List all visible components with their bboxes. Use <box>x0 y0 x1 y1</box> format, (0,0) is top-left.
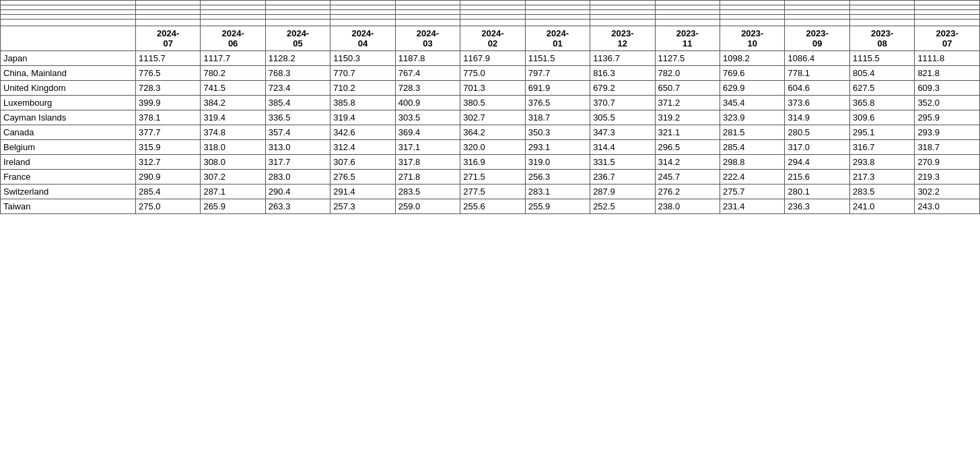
col-header-8: 2023-11 <box>655 26 720 51</box>
data-cell-1-10: 778.1 <box>785 66 849 81</box>
data-cell-6-10: 317.0 <box>785 140 849 155</box>
data-cell-0-11: 1115.5 <box>849 51 914 66</box>
title-empty-8 <box>590 1 655 5</box>
data-cell-10-7: 252.5 <box>590 199 655 214</box>
data-cell-7-12: 270.9 <box>915 155 980 170</box>
table-row: China, Mainland776.5780.2768.3770.7767.4… <box>1 66 980 81</box>
data-cell-1-3: 770.7 <box>330 66 395 81</box>
data-cell-9-5: 277.5 <box>460 184 525 199</box>
col-header-1: 2024-06 <box>201 26 265 51</box>
data-cell-0-2: 1128.2 <box>265 51 330 66</box>
data-cell-4-0: 378.1 <box>135 110 200 125</box>
data-cell-8-3: 276.5 <box>330 170 395 184</box>
title-empty-7 <box>525 1 590 5</box>
meta2-cell <box>1 10 136 15</box>
data-cell-2-8: 650.7 <box>655 81 720 96</box>
data-cell-4-9: 323.9 <box>720 110 785 125</box>
country-cell-0: Japan <box>1 51 136 66</box>
data-cell-6-9: 285.4 <box>720 140 785 155</box>
country-cell-7: Ireland <box>1 155 136 170</box>
data-cell-0-9: 1098.2 <box>720 51 785 66</box>
data-cell-3-3: 385.8 <box>330 96 395 110</box>
data-cell-10-9: 231.4 <box>720 199 785 214</box>
data-cell-5-7: 347.3 <box>590 125 655 140</box>
data-cell-2-10: 604.6 <box>785 81 849 96</box>
data-cell-1-7: 816.3 <box>590 66 655 81</box>
col-header-7: 2023-12 <box>590 26 655 51</box>
col-header-4: 2024-03 <box>395 26 460 51</box>
data-cell-6-7: 314.4 <box>590 140 655 155</box>
data-cell-0-4: 1187.8 <box>395 51 460 66</box>
table-row: Cayman Islands378.1319.4336.5319.4303.53… <box>1 110 980 125</box>
table-row: Canada377.7374.8357.4342.6369.4364.2350.… <box>1 125 980 140</box>
col-header-5: 2024-02 <box>460 26 525 51</box>
data-cell-1-12: 821.8 <box>915 66 980 81</box>
data-cell-8-12: 219.3 <box>915 170 980 184</box>
data-cell-0-12: 1111.8 <box>915 51 980 66</box>
title-empty-9 <box>655 1 720 5</box>
country-cell-4: Cayman Islands <box>1 110 136 125</box>
title-empty-3 <box>265 1 330 5</box>
data-cell-4-11: 309.6 <box>849 110 914 125</box>
data-cell-2-6: 691.9 <box>525 81 590 96</box>
data-cell-4-2: 336.5 <box>265 110 330 125</box>
data-cell-3-9: 345.4 <box>720 96 785 110</box>
data-cell-4-10: 314.9 <box>785 110 849 125</box>
col-header-12: 2023-07 <box>915 26 980 51</box>
data-cell-5-3: 342.6 <box>330 125 395 140</box>
meta1-cell <box>1 5 136 10</box>
col-header-10: 2023-09 <box>785 26 849 51</box>
data-cell-7-2: 317.7 <box>265 155 330 170</box>
data-cell-2-2: 723.4 <box>265 81 330 96</box>
data-cell-5-5: 364.2 <box>460 125 525 140</box>
title-empty-6 <box>460 1 525 5</box>
data-cell-7-6: 319.0 <box>525 155 590 170</box>
data-cell-9-3: 291.4 <box>330 184 395 199</box>
country-cell-8: France <box>1 170 136 184</box>
data-cell-4-12: 295.9 <box>915 110 980 125</box>
table-row: Switzerland285.4287.1290.4291.4283.5277.… <box>1 184 980 199</box>
data-cell-8-5: 271.5 <box>460 170 525 184</box>
table-row: Ireland312.7308.0317.7307.6317.8316.9319… <box>1 155 980 170</box>
data-cell-8-2: 283.0 <box>265 170 330 184</box>
data-cell-10-3: 257.3 <box>330 199 395 214</box>
data-cell-3-0: 399.9 <box>135 96 200 110</box>
data-cell-10-8: 238.0 <box>655 199 720 214</box>
data-cell-3-5: 380.5 <box>460 96 525 110</box>
country-cell-10: Taiwan <box>1 199 136 214</box>
data-cell-8-11: 217.3 <box>849 170 914 184</box>
data-cell-2-3: 710.2 <box>330 81 395 96</box>
col-header-9: 2023-10 <box>720 26 785 51</box>
data-cell-5-8: 321.1 <box>655 125 720 140</box>
country-cell-9: Switzerland <box>1 184 136 199</box>
data-cell-6-12: 318.7 <box>915 140 980 155</box>
data-cell-9-4: 283.5 <box>395 184 460 199</box>
data-cell-5-2: 357.4 <box>265 125 330 140</box>
data-cell-1-11: 805.4 <box>849 66 914 81</box>
data-cell-10-6: 255.9 <box>525 199 590 214</box>
data-cell-0-0: 1115.7 <box>135 51 200 66</box>
col-header-3: 2024-04 <box>330 26 395 51</box>
data-cell-7-10: 294.4 <box>785 155 849 170</box>
data-cell-8-0: 290.9 <box>135 170 200 184</box>
data-cell-0-5: 1167.9 <box>460 51 525 66</box>
country-cell-3: Luxembourg <box>1 96 136 110</box>
data-cell-3-1: 384.2 <box>201 96 265 110</box>
data-cell-6-11: 316.7 <box>849 140 914 155</box>
data-cell-9-7: 287.9 <box>590 184 655 199</box>
data-cell-2-12: 609.3 <box>915 81 980 96</box>
link-cell <box>1 15 136 20</box>
data-cell-0-1: 1117.7 <box>201 51 265 66</box>
data-cell-8-9: 222.4 <box>720 170 785 184</box>
data-cell-1-2: 768.3 <box>265 66 330 81</box>
title-empty-10 <box>720 1 785 5</box>
spacer-row <box>1 20 980 26</box>
data-cell-9-11: 283.5 <box>849 184 914 199</box>
table-title <box>1 1 136 5</box>
data-cell-4-1: 319.4 <box>201 110 265 125</box>
data-cell-5-9: 281.5 <box>720 125 785 140</box>
data-cell-3-11: 365.8 <box>849 96 914 110</box>
data-cell-2-0: 728.3 <box>135 81 200 96</box>
title-empty-5 <box>395 1 460 5</box>
data-cell-10-5: 255.6 <box>460 199 525 214</box>
